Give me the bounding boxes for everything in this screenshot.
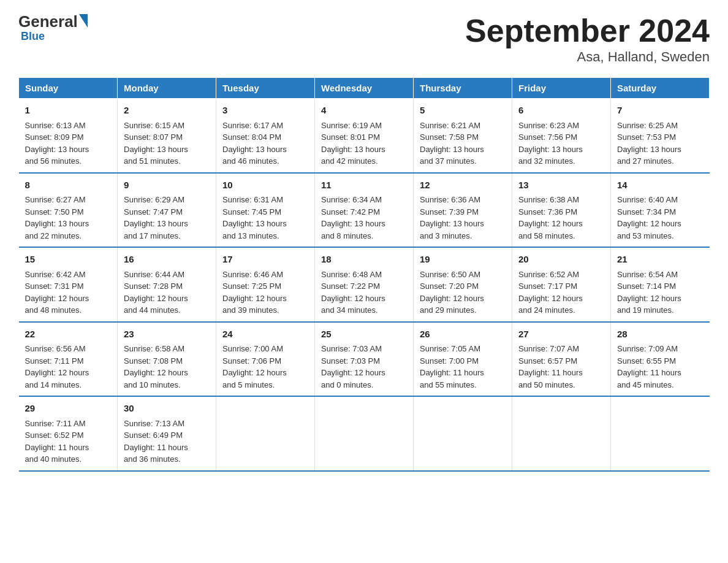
cell-details: Sunrise: 7:13 AM Sunset: 6:49 PM Dayligh… bbox=[124, 418, 210, 465]
cell-details: Sunrise: 6:27 AM Sunset: 7:50 PM Dayligh… bbox=[25, 194, 112, 242]
calendar-cell: 28 Sunrise: 7:09 AM Sunset: 6:55 PM Dayl… bbox=[611, 322, 710, 397]
calendar-table: SundayMondayTuesdayWednesdayThursdayFrid… bbox=[18, 77, 710, 472]
day-number: 3 bbox=[222, 104, 308, 118]
day-number: 12 bbox=[420, 178, 506, 193]
day-number: 18 bbox=[321, 253, 407, 267]
header-day-wednesday: Wednesday bbox=[315, 78, 414, 99]
header-row: SundayMondayTuesdayWednesdayThursdayFrid… bbox=[19, 78, 710, 99]
cell-details: Sunrise: 6:19 AM Sunset: 8:01 PM Dayligh… bbox=[321, 120, 407, 167]
calendar-cell: 4 Sunrise: 6:19 AM Sunset: 8:01 PM Dayli… bbox=[315, 99, 414, 173]
title-block: September 2024 Asa, Halland, Sweden bbox=[465, 12, 710, 65]
cell-details: Sunrise: 6:44 AM Sunset: 7:28 PM Dayligh… bbox=[124, 269, 210, 316]
page-header: General Blue September 2024 Asa, Halland… bbox=[18, 12, 710, 65]
day-number: 8 bbox=[25, 178, 112, 193]
calendar-cell: 29 Sunrise: 7:11 AM Sunset: 6:52 PM Dayl… bbox=[19, 396, 118, 471]
calendar-header: SundayMondayTuesdayWednesdayThursdayFrid… bbox=[19, 78, 710, 99]
cell-details: Sunrise: 6:29 AM Sunset: 7:47 PM Dayligh… bbox=[124, 194, 210, 242]
calendar-cell: 2 Sunrise: 6:15 AM Sunset: 8:07 PM Dayli… bbox=[118, 99, 216, 173]
cell-details: Sunrise: 6:52 AM Sunset: 7:17 PM Dayligh… bbox=[518, 269, 604, 316]
cell-details: Sunrise: 6:56 AM Sunset: 7:11 PM Dayligh… bbox=[25, 343, 112, 391]
week-row-1: 1 Sunrise: 6:13 AM Sunset: 8:09 PM Dayli… bbox=[19, 99, 710, 173]
day-number: 14 bbox=[617, 178, 703, 193]
cell-details: Sunrise: 6:58 AM Sunset: 7:08 PM Dayligh… bbox=[124, 343, 210, 391]
calendar-cell: 20 Sunrise: 6:52 AM Sunset: 7:17 PM Dayl… bbox=[512, 247, 611, 322]
calendar-cell: 11 Sunrise: 6:34 AM Sunset: 7:42 PM Dayl… bbox=[315, 173, 414, 248]
day-number: 2 bbox=[124, 104, 210, 118]
logo: General Blue bbox=[18, 12, 88, 43]
calendar-cell: 14 Sunrise: 6:40 AM Sunset: 7:34 PM Dayl… bbox=[611, 173, 710, 248]
logo-triangle-icon bbox=[79, 14, 88, 28]
cell-details: Sunrise: 7:05 AM Sunset: 7:00 PM Dayligh… bbox=[420, 343, 506, 391]
day-number: 20 bbox=[518, 253, 604, 267]
day-number: 30 bbox=[124, 402, 210, 416]
day-number: 23 bbox=[124, 327, 210, 342]
day-number: 15 bbox=[25, 253, 112, 267]
day-number: 11 bbox=[321, 178, 407, 193]
calendar-subtitle: Asa, Halland, Sweden bbox=[465, 49, 710, 65]
calendar-cell: 30 Sunrise: 7:13 AM Sunset: 6:49 PM Dayl… bbox=[118, 396, 216, 471]
header-day-sunday: Sunday bbox=[19, 78, 118, 99]
calendar-cell: 24 Sunrise: 7:00 AM Sunset: 7:06 PM Dayl… bbox=[216, 322, 315, 397]
day-number: 19 bbox=[420, 253, 506, 267]
week-row-4: 22 Sunrise: 6:56 AM Sunset: 7:11 PM Dayl… bbox=[19, 322, 710, 397]
day-number: 24 bbox=[222, 327, 308, 342]
calendar-cell: 22 Sunrise: 6:56 AM Sunset: 7:11 PM Dayl… bbox=[19, 322, 118, 397]
cell-details: Sunrise: 6:23 AM Sunset: 7:56 PM Dayligh… bbox=[518, 120, 604, 167]
calendar-cell: 15 Sunrise: 6:42 AM Sunset: 7:31 PM Dayl… bbox=[19, 247, 118, 322]
calendar-cell: 12 Sunrise: 6:36 AM Sunset: 7:39 PM Dayl… bbox=[414, 173, 512, 248]
calendar-cell bbox=[611, 396, 710, 471]
cell-details: Sunrise: 6:50 AM Sunset: 7:20 PM Dayligh… bbox=[420, 269, 506, 316]
cell-details: Sunrise: 7:07 AM Sunset: 6:57 PM Dayligh… bbox=[518, 343, 604, 391]
week-row-5: 29 Sunrise: 7:11 AM Sunset: 6:52 PM Dayl… bbox=[19, 396, 710, 471]
header-day-saturday: Saturday bbox=[611, 78, 710, 99]
cell-details: Sunrise: 6:34 AM Sunset: 7:42 PM Dayligh… bbox=[321, 194, 407, 242]
calendar-title: September 2024 bbox=[465, 12, 710, 49]
cell-details: Sunrise: 6:36 AM Sunset: 7:39 PM Dayligh… bbox=[420, 194, 506, 242]
cell-details: Sunrise: 7:09 AM Sunset: 6:55 PM Dayligh… bbox=[617, 343, 703, 391]
cell-details: Sunrise: 6:40 AM Sunset: 7:34 PM Dayligh… bbox=[617, 194, 703, 242]
day-number: 21 bbox=[617, 253, 703, 267]
day-number: 17 bbox=[222, 253, 308, 267]
calendar-cell: 19 Sunrise: 6:50 AM Sunset: 7:20 PM Dayl… bbox=[414, 247, 512, 322]
day-number: 4 bbox=[321, 104, 407, 118]
cell-details: Sunrise: 6:17 AM Sunset: 8:04 PM Dayligh… bbox=[222, 120, 308, 167]
day-number: 25 bbox=[321, 327, 407, 342]
cell-details: Sunrise: 7:00 AM Sunset: 7:06 PM Dayligh… bbox=[222, 343, 308, 391]
calendar-cell: 25 Sunrise: 7:03 AM Sunset: 7:03 PM Dayl… bbox=[315, 322, 414, 397]
day-number: 1 bbox=[25, 104, 112, 118]
week-row-3: 15 Sunrise: 6:42 AM Sunset: 7:31 PM Dayl… bbox=[19, 247, 710, 322]
day-number: 13 bbox=[518, 178, 604, 193]
day-number: 5 bbox=[420, 104, 506, 118]
logo-blue-text: Blue bbox=[21, 30, 45, 43]
cell-details: Sunrise: 7:11 AM Sunset: 6:52 PM Dayligh… bbox=[25, 418, 112, 465]
header-day-friday: Friday bbox=[512, 78, 611, 99]
day-number: 10 bbox=[222, 178, 308, 193]
calendar-cell bbox=[512, 396, 611, 471]
calendar-cell: 27 Sunrise: 7:07 AM Sunset: 6:57 PM Dayl… bbox=[512, 322, 611, 397]
day-number: 26 bbox=[420, 327, 506, 342]
day-number: 22 bbox=[25, 327, 112, 342]
cell-details: Sunrise: 6:21 AM Sunset: 7:58 PM Dayligh… bbox=[420, 120, 506, 167]
calendar-cell: 18 Sunrise: 6:48 AM Sunset: 7:22 PM Dayl… bbox=[315, 247, 414, 322]
calendar-cell: 6 Sunrise: 6:23 AM Sunset: 7:56 PM Dayli… bbox=[512, 99, 611, 173]
calendar-cell: 5 Sunrise: 6:21 AM Sunset: 7:58 PM Dayli… bbox=[414, 99, 512, 173]
day-number: 9 bbox=[124, 178, 210, 193]
calendar-cell: 17 Sunrise: 6:46 AM Sunset: 7:25 PM Dayl… bbox=[216, 247, 315, 322]
calendar-cell: 26 Sunrise: 7:05 AM Sunset: 7:00 PM Dayl… bbox=[414, 322, 512, 397]
cell-details: Sunrise: 6:25 AM Sunset: 7:53 PM Dayligh… bbox=[617, 120, 703, 167]
calendar-cell bbox=[414, 396, 512, 471]
calendar-body: 1 Sunrise: 6:13 AM Sunset: 8:09 PM Dayli… bbox=[19, 99, 710, 471]
cell-details: Sunrise: 6:15 AM Sunset: 8:07 PM Dayligh… bbox=[124, 120, 210, 167]
calendar-cell: 1 Sunrise: 6:13 AM Sunset: 8:09 PM Dayli… bbox=[19, 99, 118, 173]
calendar-cell: 7 Sunrise: 6:25 AM Sunset: 7:53 PM Dayli… bbox=[611, 99, 710, 173]
cell-details: Sunrise: 6:31 AM Sunset: 7:45 PM Dayligh… bbox=[222, 194, 308, 242]
day-number: 29 bbox=[25, 402, 112, 416]
header-day-thursday: Thursday bbox=[414, 78, 512, 99]
calendar-cell: 21 Sunrise: 6:54 AM Sunset: 7:14 PM Dayl… bbox=[611, 247, 710, 322]
cell-details: Sunrise: 6:13 AM Sunset: 8:09 PM Dayligh… bbox=[25, 120, 112, 167]
cell-details: Sunrise: 6:54 AM Sunset: 7:14 PM Dayligh… bbox=[617, 269, 703, 316]
day-number: 6 bbox=[518, 104, 604, 118]
cell-details: Sunrise: 6:42 AM Sunset: 7:31 PM Dayligh… bbox=[25, 269, 112, 316]
header-day-tuesday: Tuesday bbox=[216, 78, 315, 99]
calendar-cell: 9 Sunrise: 6:29 AM Sunset: 7:47 PM Dayli… bbox=[118, 173, 216, 248]
